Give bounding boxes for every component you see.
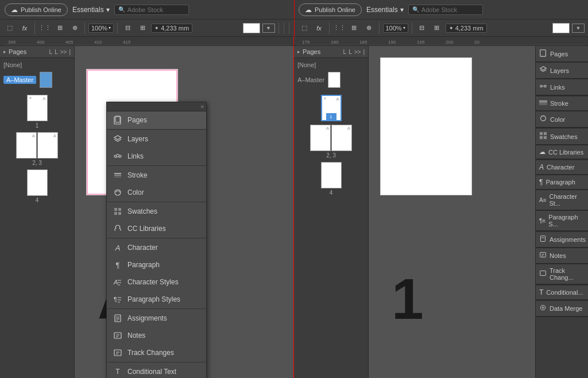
publish-label-left: Publish Online [21,6,61,13]
menu-item-paragraph[interactable]: ¶ Paragraph [107,256,206,273]
pages-ctrl-L2[interactable]: L [55,49,58,55]
mini-panel-links-header[interactable]: Links [536,79,588,95]
dropdown-collapse-handle: « [107,102,206,111]
menu-item-track-changes[interactable]: Track Changes [107,344,206,361]
tool-fx-right[interactable]: fx [313,22,326,34]
mini-panel-character-icon: A [539,163,544,171]
page-4-thumb-left[interactable] [27,169,48,196]
mini-panel-pages-label: Pages [550,51,568,57]
menu-item-cc-libraries[interactable]: CC Libraries [107,220,206,237]
tool-arrange-right[interactable]: ⊕ [363,22,376,34]
svg-rect-23 [118,208,121,211]
master-label-right[interactable]: A–Master [297,76,324,83]
menu-item-links[interactable]: Links [107,148,206,165]
tool-view2-right[interactable]: ⊞ [431,22,443,34]
menu-item-pages[interactable]: Pages [107,111,206,129]
page-1-thumb-left[interactable]: A ▼ [27,95,48,121]
menu-icon-color [113,187,123,198]
mini-panel-paragraph-header[interactable]: ¶ Paragraph [536,175,588,190]
page-2-thumb-right[interactable]: A [310,125,331,151]
tool-view[interactable]: ⊟ [121,22,134,34]
search-box-left: 🔍 [114,5,189,15]
tool-view2[interactable]: ⊞ [136,22,149,34]
workspace-button-right[interactable]: Essentials ▾ [366,6,404,14]
page-2-thumb-left[interactable]: A [16,132,37,159]
publish-online-button-left[interactable]: ☁ Publish Online [5,3,68,16]
svg-text:190: 190 [388,40,396,45]
mini-panel-layers-header[interactable]: Layers [536,63,588,79]
color-swatch-left[interactable] [243,23,260,33]
color-none-left[interactable]: ▼ [262,24,275,33]
mini-panel-notes-header[interactable]: Notes [536,248,588,264]
menu-item-color[interactable]: Color [107,184,206,201]
menu-label-character: Character [127,244,158,252]
tool-arrange[interactable]: ⊕ [68,22,81,34]
publish-online-button-right[interactable]: ☁ Publish Online [299,3,362,16]
toolbar-separator-5 [284,22,284,34]
page-4-thumb-right[interactable] [321,162,342,188]
search-input-right[interactable] [421,6,467,13]
master-label-left[interactable]: A–Master [3,76,36,84]
zoom-display-left[interactable]: 100% ▾ [88,24,114,33]
svg-rect-22 [114,208,117,211]
page-1-thumb-right[interactable]: A ▼ 1 [321,95,342,121]
pages-panel-title-left: Pages [9,48,26,55]
menu-sep-2 [107,165,206,166]
ruler-svg-right: 175 180 185 190 195 200 20 [296,37,586,46]
mini-panel-pages-header[interactable]: Pages [536,46,588,62]
workspace-button-left[interactable]: Essentials ▾ [72,6,110,14]
svg-text:A: A [113,279,118,286]
mini-panel-char-styles-header[interactable]: A≡ Character St... [536,190,588,210]
menu-item-layers[interactable]: Layers [107,130,206,148]
tool-select-right[interactable]: ⬚ [298,22,311,34]
mini-panel-stroke-header[interactable]: Stroke [536,97,588,111]
menu-item-stroke[interactable]: Stroke [107,167,206,184]
color-none-right[interactable]: ▼ [572,24,585,33]
menu-item-assignments[interactable]: Assignments [107,310,206,327]
tool-align[interactable]: ⋮⋮ [38,22,51,34]
tool-grid[interactable]: ⊞ [53,22,66,34]
menu-item-character-styles[interactable]: A Character Styles [107,273,206,291]
tool-view-right[interactable]: ⊟ [416,22,428,34]
menu-item-paragraph-styles[interactable]: ¶ Paragraph Styles [107,291,206,308]
mini-panel-para-styles-header[interactable]: ¶≡ Paragraph S... [536,211,588,231]
zoom-display-right[interactable]: 100% ▾ [383,24,408,33]
pages-ctrl-menu-right[interactable]: | [363,49,365,55]
search-input-left[interactable] [127,6,173,13]
menu-icon-cc-libraries [113,223,123,234]
menu-item-swatches[interactable]: Swatches [107,203,206,220]
pages-ctrl-arrows-right[interactable]: >> [354,49,361,55]
page-3-thumb-left[interactable]: A [37,132,58,159]
mini-panel-swatches: Swatches [536,129,588,145]
svg-text:185: 185 [359,40,368,45]
mini-panel-cc-libraries-header[interactable]: ☁ CC Libraries [536,145,588,159]
mini-panel-track-changes-header[interactable]: Track Chang... [536,264,588,284]
mini-panel-pages: Pages [536,46,588,63]
tool-fx[interactable]: fx [18,22,31,34]
tool-grid-right[interactable]: ⊞ [348,22,361,34]
page-3-thumb-right[interactable]: A [331,125,352,151]
pages-ctrl-menu[interactable]: | [69,49,71,55]
color-swatch-right[interactable] [552,23,570,33]
mini-panel-color-header[interactable]: Color [536,111,588,128]
mini-panel-links-label: Links [550,84,565,91]
top-bar: ☁ Publish Online Essentials ▾ 🔍 ☁ Publis… [0,0,588,20]
menu-item-conditional-text[interactable]: T Conditional Text [107,363,206,378]
spread-23-num-right: 2, 3 [326,152,336,159]
tool-align-right[interactable]: ⋮⋮ [333,22,346,34]
mini-panel-character-header[interactable]: A Character [536,160,588,175]
mini-panel-assignments-header[interactable]: Assignments [536,232,588,248]
pages-ctrl-L2-right[interactable]: L [349,49,352,55]
menu-icon-conditional-text: T [113,367,123,377]
tool-select[interactable]: ⬚ [3,22,16,34]
pages-ctrl-L1[interactable]: L [49,49,53,55]
pages-ctrl-L1-right[interactable]: L [343,49,347,55]
menu-item-character[interactable]: A Character [107,239,206,256]
master-thumb-left [40,72,52,88]
mini-panel-conditional-header[interactable]: T Conditional... [536,286,588,300]
mini-panel-swatches-header[interactable]: Swatches [536,129,588,145]
collapse-icon[interactable]: « [200,103,204,110]
mini-panel-data-merge-header[interactable]: Data Merge [536,301,588,317]
pages-ctrl-arrows[interactable]: >> [60,49,67,55]
menu-item-notes[interactable]: Notes [107,327,206,344]
